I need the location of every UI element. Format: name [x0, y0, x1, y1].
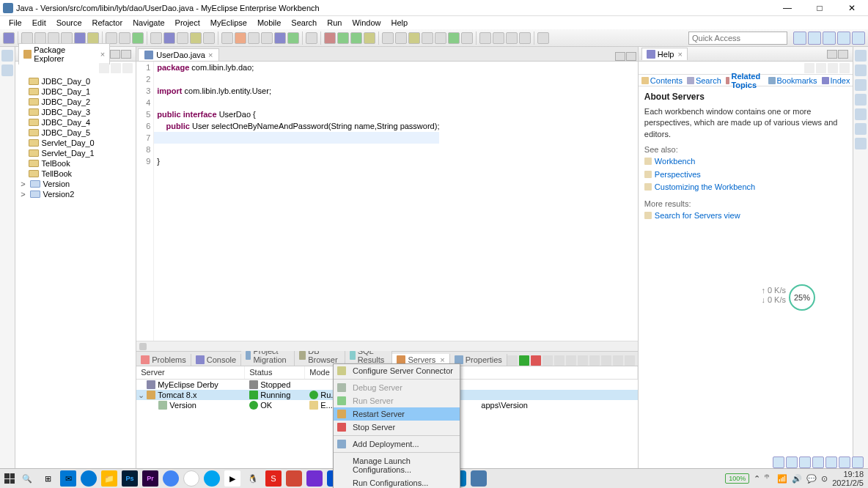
- tool-button[interactable]: [461, 32, 473, 44]
- help-link-customizing[interactable]: Customizing the Workbench: [644, 181, 847, 193]
- menu-mobile[interactable]: Mobile: [253, 18, 285, 28]
- sidebar-icon[interactable]: [1, 50, 13, 62]
- sidebar-icon[interactable]: [855, 108, 867, 120]
- tool-button[interactable]: [493, 32, 504, 44]
- tree-item-jdbc_day_5[interactable]: JDBC_Day_5: [18, 127, 133, 138]
- tool-button[interactable]: [537, 32, 549, 44]
- perspective-button[interactable]: [793, 32, 806, 45]
- tool-button[interactable]: [87, 32, 99, 44]
- back-button[interactable]: [506, 32, 518, 44]
- server-tool-button[interactable]: [589, 355, 600, 366]
- maximize-view-button[interactable]: [625, 355, 635, 366]
- tool-button[interactable]: [364, 32, 375, 44]
- maximize-view-button[interactable]: [838, 50, 848, 59]
- maximize-view-button[interactable]: [121, 50, 131, 59]
- tree-item-version2[interactable]: >Version2: [18, 189, 133, 199]
- ctx-run-config[interactable]: Run Configurations...: [334, 476, 460, 488]
- close-icon[interactable]: ×: [100, 50, 105, 59]
- perspective-button[interactable]: [837, 32, 850, 45]
- help-back-button[interactable]: [804, 63, 814, 73]
- help-forward-button[interactable]: [816, 63, 826, 73]
- sidebar-icon[interactable]: [1, 64, 13, 76]
- tool-button[interactable]: [306, 32, 317, 44]
- taskbar-myeclipse[interactable]: [471, 470, 487, 487]
- tree-item-jdbc_day_2[interactable]: JDBC_Day_2: [18, 97, 133, 107]
- tree-item-version[interactable]: >Version: [18, 179, 133, 189]
- link-editor-button[interactable]: [111, 63, 121, 73]
- sidebar-icon[interactable]: [855, 64, 867, 76]
- taskbar-app[interactable]: S: [265, 470, 282, 487]
- close-button[interactable]: ✕: [842, 3, 862, 13]
- tool-button[interactable]: [177, 32, 188, 44]
- tree-item-jdbc_day_1[interactable]: JDBC_Day_1: [18, 86, 133, 97]
- view-menu-button[interactable]: [122, 63, 133, 73]
- perspective-button[interactable]: [823, 32, 836, 45]
- task-view-button[interactable]: ⊞: [40, 470, 56, 487]
- search-button[interactable]: 🔍: [19, 470, 35, 487]
- tool-button[interactable]: [382, 32, 394, 44]
- ctx-debug-server[interactable]: Debug Server: [334, 381, 460, 394]
- maximize-button[interactable]: □: [809, 3, 830, 13]
- menu-help[interactable]: Help: [387, 18, 413, 28]
- taskbar-app[interactable]: [204, 470, 220, 487]
- tool-button[interactable]: [150, 32, 162, 44]
- start-button[interactable]: [4, 473, 15, 484]
- cpu-percent-widget[interactable]: 25%: [789, 284, 815, 311]
- editor-tab-userdao[interactable]: UserDao.java ×: [138, 48, 219, 61]
- sidebar-icon[interactable]: [855, 138, 867, 149]
- tray-icon[interactable]: ⊙: [821, 474, 828, 484]
- maximize-editor-button[interactable]: [626, 52, 636, 61]
- tool-button[interactable]: [287, 32, 299, 44]
- tree-item-jdbc_day_4[interactable]: JDBC_Day_4: [18, 117, 133, 127]
- server-tool-button[interactable]: [542, 355, 553, 366]
- tool-button[interactable]: [132, 32, 144, 44]
- tool-button[interactable]: [435, 32, 446, 44]
- tree-item-jdbc_day_3[interactable]: JDBC_Day_3: [18, 107, 133, 117]
- save-all-button[interactable]: [34, 32, 46, 44]
- tree-item-servlet_day_1[interactable]: Servlet_Day_1: [18, 148, 133, 158]
- sidebar-icon[interactable]: [855, 50, 867, 62]
- taskbar-app[interactable]: 📁: [101, 470, 117, 487]
- help-link-contents[interactable]: Contents: [641, 76, 683, 85]
- menu-refactor[interactable]: Refactor: [88, 18, 128, 28]
- horizontal-scrollbar[interactable]: [136, 341, 638, 351]
- debug-button[interactable]: [324, 32, 336, 44]
- code-editor[interactable]: 123456789 package com.libin.lyb.dao; imp…: [136, 62, 638, 341]
- new-button[interactable]: [3, 32, 15, 44]
- tool-button[interactable]: [248, 32, 260, 44]
- status-button[interactable]: [852, 456, 864, 468]
- tool-button[interactable]: [422, 32, 433, 44]
- tray-icon[interactable]: 💬: [806, 474, 817, 484]
- tool-button[interactable]: [106, 32, 117, 44]
- tool-button[interactable]: [74, 32, 86, 44]
- ctx-add-deployment[interactable]: Add Deployment...: [334, 437, 460, 451]
- ctx-manage-launch[interactable]: Manage Launch Configurations...: [334, 454, 460, 476]
- tool-button[interactable]: [190, 32, 202, 44]
- tab-console[interactable]: Console: [191, 354, 241, 366]
- tool-button[interactable]: [235, 32, 246, 44]
- tool-button[interactable]: [203, 32, 215, 44]
- ctx-configure-connector[interactable]: Configure Server Connector: [334, 364, 460, 377]
- help-link-search[interactable]: Search: [687, 76, 721, 85]
- menu-myeclipse[interactable]: MyEclipse: [206, 18, 251, 28]
- minimize-editor-button[interactable]: [615, 52, 625, 61]
- help-link-bookmarks[interactable]: Bookmarks: [768, 76, 817, 85]
- code-content[interactable]: package com.libin.lyb.dao; import com.li…: [154, 62, 439, 341]
- tool-button[interactable]: [163, 32, 175, 44]
- tool-button[interactable]: [221, 32, 233, 44]
- status-button[interactable]: [786, 456, 798, 468]
- battery-indicator[interactable]: 100%: [725, 473, 749, 484]
- menu-window[interactable]: Window: [347, 18, 385, 28]
- tray-chevron[interactable]: ⌃: [754, 474, 760, 484]
- help-link-workbench[interactable]: Workbench: [644, 155, 847, 168]
- project-tree[interactable]: JDBC_Day_0JDBC_Day_1JDBC_Day_2JDBC_Day_3…: [15, 75, 136, 483]
- save-button[interactable]: [21, 32, 33, 44]
- tree-item-jdbc_day_0[interactable]: JDBC_Day_0: [18, 76, 133, 86]
- status-button[interactable]: [825, 456, 837, 468]
- tool-button[interactable]: [448, 32, 460, 44]
- taskbar-app[interactable]: [286, 470, 302, 487]
- taskbar-app[interactable]: [163, 470, 179, 487]
- sidebar-icon[interactable]: [855, 79, 867, 91]
- menu-project[interactable]: Project: [171, 18, 205, 28]
- sidebar-icon[interactable]: [855, 94, 867, 106]
